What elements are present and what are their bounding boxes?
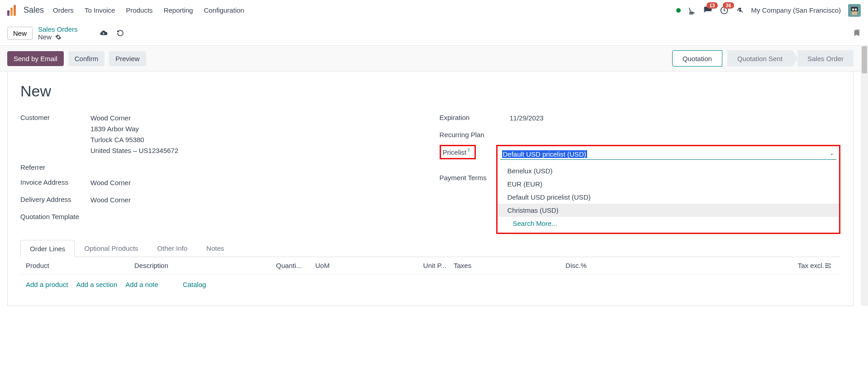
columns-settings-icon[interactable] [824, 262, 835, 269]
status-quotation[interactable]: Quotation [672, 50, 722, 67]
pricelist-option[interactable]: EUR (EUR) [498, 177, 840, 191]
tools-icon[interactable] [736, 6, 744, 14]
form-sheet: New Customer Wood Corner 1839 Arbor Way … [7, 72, 854, 306]
customer-country: United States – US12345672 [90, 145, 178, 156]
gear-icon[interactable] [55, 34, 62, 40]
record-title: New [20, 82, 840, 100]
add-product-link[interactable]: Add a product [26, 281, 68, 288]
confirm-button[interactable]: Confirm [68, 51, 105, 66]
svg-rect-8 [851, 7, 858, 11]
add-section-link[interactable]: Add a section [76, 281, 117, 288]
bookmark-icon[interactable] [853, 29, 861, 38]
svg-point-1 [691, 12, 692, 13]
expiration-label: Expiration [440, 113, 510, 121]
status-sales-order[interactable]: Sales Order [797, 50, 854, 67]
svg-point-3 [689, 13, 690, 14]
invoice-address-value[interactable]: Wood Corner [90, 177, 131, 188]
svg-point-0 [689, 12, 690, 13]
quotation-template-label: Quotation Template [20, 212, 90, 220]
help-icon[interactable]: ? [467, 148, 470, 153]
activities-icon[interactable]: 36 [720, 6, 729, 15]
new-button[interactable]: New [7, 27, 33, 40]
th-product[interactable]: Product [26, 262, 134, 269]
breadcrumb-current: New [38, 33, 52, 41]
dialpad-icon[interactable] [688, 6, 696, 14]
nav-orders[interactable]: Orders [53, 6, 74, 14]
th-tax-excl[interactable]: Tax excl. [587, 262, 824, 269]
nav-configuration[interactable]: Configuration [204, 6, 244, 14]
app-name[interactable]: Sales [24, 5, 44, 15]
expiration-value[interactable]: 11/29/2023 [510, 113, 544, 124]
tabs: Order Lines Optional Products Other Info… [20, 239, 840, 257]
svg-rect-9 [852, 11, 857, 15]
nav-reporting[interactable]: Reporting [164, 6, 193, 14]
send-email-button[interactable]: Send by Email [7, 51, 64, 66]
customer-value[interactable]: Wood Corner 1839 Arbor Way Turlock CA 95… [90, 113, 178, 156]
breadcrumb-parent-link[interactable]: Sales Orders [38, 25, 78, 33]
messages-badge: 13 [707, 2, 717, 9]
tab-other-info[interactable]: Other Info [148, 239, 197, 257]
referrer-label: Referrer [20, 162, 90, 171]
scrollbar-thumb[interactable] [862, 46, 867, 73]
pricelist-option[interactable]: Christmas (USD) [498, 204, 840, 217]
preview-button[interactable]: Preview [109, 51, 146, 66]
pricelist-label: Pricelist [443, 148, 467, 156]
th-description[interactable]: Description [134, 262, 252, 269]
pricelist-input[interactable]: Default USD pricelist (USD) [500, 149, 837, 160]
svg-rect-10 [852, 9, 854, 10]
order-lines-actions: Add a product Add a section Add a note C… [20, 274, 840, 295]
messages-icon[interactable]: 13 [703, 6, 712, 15]
breadcrumb-bar: New Sales Orders New [0, 21, 868, 45]
cloud-upload-icon[interactable] [100, 29, 108, 37]
th-discount[interactable]: Disc.% [555, 262, 587, 269]
status-quotation-sent[interactable]: Quotation Sent [727, 50, 792, 67]
customer-city: Turlock CA 95380 [90, 134, 178, 145]
nav-to-invoice[interactable]: To Invoice [85, 6, 115, 14]
th-unit-price[interactable]: Unit P... [406, 262, 446, 269]
status-bar: Quotation Quotation Sent Sales Order [672, 50, 854, 67]
top-navbar: Sales Orders To Invoice Products Reporti… [0, 0, 868, 21]
tab-notes[interactable]: Notes [197, 239, 233, 257]
tab-order-lines[interactable]: Order Lines [20, 240, 75, 257]
pricelist-search-more[interactable]: Search More... [498, 217, 840, 230]
th-taxes[interactable]: Taxes [446, 262, 555, 269]
customer-street: 1839 Arbor Way [90, 124, 178, 134]
invoice-address-label: Invoice Address [20, 177, 90, 186]
form-left-column: Customer Wood Corner 1839 Arbor Way Turl… [20, 113, 422, 227]
nav-products[interactable]: Products [126, 6, 152, 14]
app-logo-icon[interactable] [7, 5, 18, 16]
pricelist-option[interactable]: Default USD pricelist (USD) [498, 191, 840, 204]
svg-rect-11 [855, 9, 857, 10]
recurring-plan-label: Recurring Plan [440, 130, 510, 139]
activities-badge: 36 [723, 2, 734, 9]
customer-label: Customer [20, 113, 90, 121]
catalog-link[interactable]: Catalog [183, 281, 206, 288]
delivery-address-value[interactable]: Wood Corner [90, 195, 131, 205]
svg-point-4 [691, 13, 692, 14]
th-uom[interactable]: UoM [302, 262, 406, 269]
order-lines-table-header: Product Description Quanti... UoM Unit P… [20, 257, 840, 274]
undo-icon[interactable] [117, 29, 124, 37]
th-quantity[interactable]: Quanti... [252, 262, 302, 269]
pricelist-option[interactable]: Benelux (USD) [498, 164, 840, 177]
tab-optional-products[interactable]: Optional Products [75, 239, 147, 257]
add-note-link[interactable]: Add a note [125, 281, 158, 288]
svg-point-5 [692, 13, 693, 14]
pricelist-dropdown-menu: Default USD pricelist (USD) Benelux (USD… [496, 145, 841, 234]
form-right-column: Expiration 11/29/2023 Recurring Plan Pri… [440, 113, 841, 227]
company-switcher[interactable]: My Company (San Francisco) [751, 6, 841, 14]
customer-name: Wood Corner [90, 113, 178, 124]
vertical-scrollbar[interactable] [861, 45, 868, 306]
delivery-address-label: Delivery Address [20, 195, 90, 203]
pricelist-label-highlight: Pricelist? [440, 145, 476, 159]
presence-indicator-icon [676, 8, 681, 13]
svg-point-2 [692, 12, 693, 13]
pricelist-selected-value: Default USD pricelist (USD) [502, 150, 587, 158]
action-bar: Send by Email Confirm Preview Quotation … [0, 45, 861, 72]
nav-menu: Orders To Invoice Products Reporting Con… [53, 6, 244, 14]
user-avatar[interactable] [848, 4, 861, 17]
